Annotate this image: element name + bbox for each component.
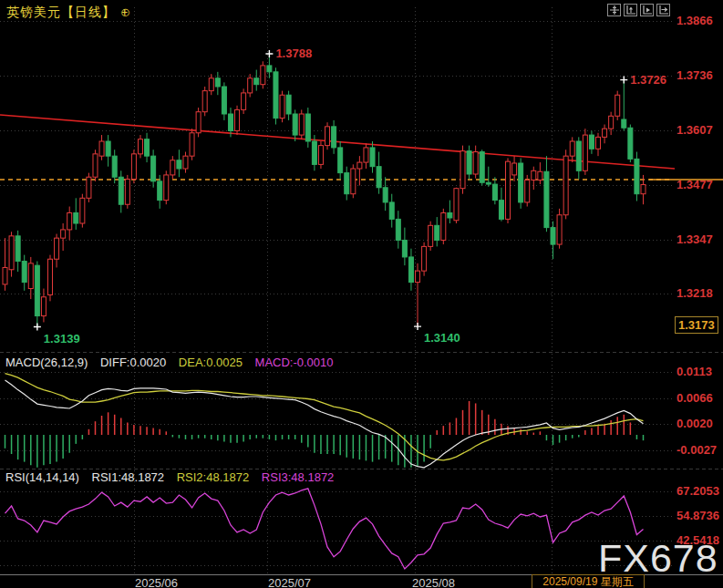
price-axis-label: 1.3866: [677, 14, 722, 27]
rsi3-value: RSI3:48.1872: [262, 470, 335, 484]
macd-axis-label: 0.0020: [677, 417, 722, 430]
chart-window: 英镑美元【日线】 ⊕ 1.38661.37361.36071.34771.334…: [0, 0, 723, 588]
symbol-name: 英镑美元: [6, 5, 61, 19]
rsi-indicator-header: RSI(14,14,14) RSI1:48.1872 RSI2:48.1872 …: [5, 470, 343, 484]
price-axis-boxed-label: 1.3173: [675, 316, 718, 334]
chart-canvas[interactable]: [0, 0, 723, 588]
price-axis-label: 1.3736: [677, 68, 722, 82]
chart-toolbar: [607, 4, 670, 16]
time-axis-label: 2025/08: [412, 576, 455, 588]
annotation-secondary-trough-price: 1.3140: [424, 331, 460, 345]
time-axis-label: 2025/07: [268, 576, 311, 588]
price-axis-label: 1.3477: [677, 178, 722, 191]
price-axis-label: 1.3218: [677, 286, 722, 300]
macd-axis-label: 0.0066: [677, 391, 722, 405]
macd-dea-value: DEA:0.0025: [179, 356, 243, 369]
axis-zoom-vertical-icon[interactable]: [624, 4, 637, 16]
chart-title: 英镑美元【日线】 ⊕: [6, 5, 131, 21]
macd-axis-label: -0.0027: [677, 443, 722, 457]
period-label: 【日线】: [61, 5, 116, 19]
expand-icon[interactable]: ⊕: [120, 5, 131, 19]
macd-diff-value: DIFF:0.0020: [100, 356, 166, 369]
annotation-secondary-peak-price: 1.3726: [630, 73, 666, 87]
fx678-watermark: FX678: [598, 536, 718, 581]
time-axis-label: 2025/06: [135, 576, 178, 588]
axis-play-icon[interactable]: [640, 4, 654, 16]
macd-indicator-header: MACD(26,12,9) DIFF:0.0020 DEA:0.0025 MAC…: [5, 356, 343, 369]
macd-name: MACD(26,12,9): [5, 356, 88, 369]
annotation-trough-price: 1.3139: [44, 332, 80, 346]
rsi2-value: RSI2:48.1872: [177, 470, 250, 484]
rsi-name: RSI(14,14,14): [5, 470, 79, 484]
price-axis-label: 1.3607: [677, 123, 722, 137]
price-axis-label: 1.3347: [677, 232, 722, 246]
rsi1-value: RSI1:48.1872: [92, 470, 165, 484]
rsi-axis-label: 67.2053: [677, 484, 722, 498]
macd-axis-label: 0.0113: [677, 365, 722, 378]
macd-histogram-value: MACD:-0.0010: [255, 356, 334, 369]
axis-shift-right-icon[interactable]: [656, 4, 670, 16]
rsi-axis-label: 54.8736: [677, 509, 722, 522]
annotation-peak-price: 1.3788: [275, 46, 312, 60]
move-crosshair-icon[interactable]: [607, 4, 621, 16]
